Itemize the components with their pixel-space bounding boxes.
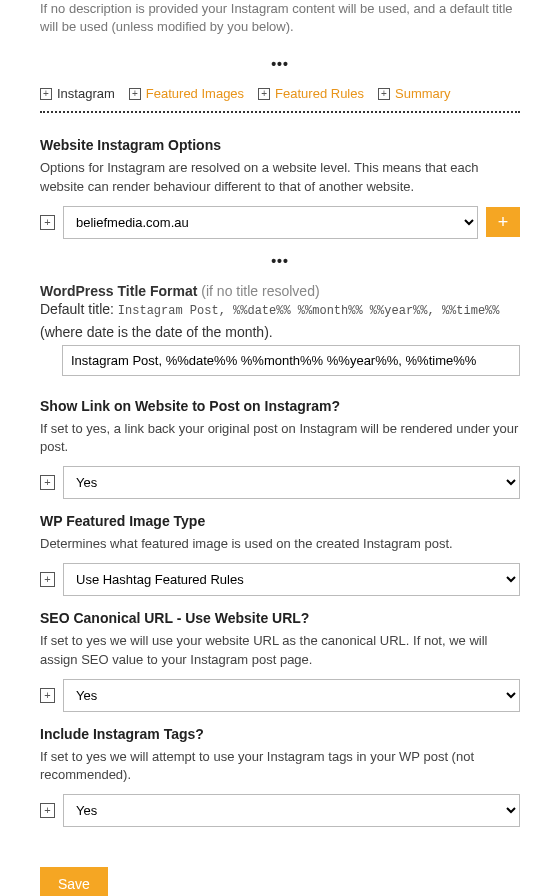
tab-label: Featured Rules — [275, 86, 364, 101]
website-options-title: Website Instagram Options — [40, 137, 520, 153]
tab-label: Featured Images — [146, 86, 244, 101]
title-format-input[interactable] — [62, 345, 520, 376]
website-options-desc: Options for Instagram are resolved on a … — [40, 159, 520, 195]
tab-featured-images[interactable]: + Featured Images — [129, 86, 244, 101]
plus-icon: + — [129, 88, 141, 100]
show-link-label: Show Link on Website to Post on Instagra… — [40, 398, 520, 414]
top-description: If no description is provided your Insta… — [40, 0, 520, 36]
tab-label: Instagram — [57, 86, 115, 101]
expand-icon[interactable]: + — [40, 803, 55, 818]
title-format-gray: (if no title resolved) — [201, 283, 319, 299]
divider-ellipsis: ••• — [40, 56, 520, 72]
expand-icon[interactable]: + — [40, 688, 55, 703]
save-button[interactable]: Save — [40, 867, 108, 896]
canonical-desc: If set to yes we will use your website U… — [40, 632, 520, 668]
tab-summary[interactable]: + Summary — [378, 86, 451, 101]
show-link-select[interactable]: Yes — [63, 466, 520, 499]
featured-type-label: WP Featured Image Type — [40, 513, 520, 529]
featured-type-select[interactable]: Use Hashtag Featured Rules — [63, 563, 520, 596]
include-tags-select[interactable]: Yes — [63, 794, 520, 827]
tab-label: Summary — [395, 86, 451, 101]
website-select[interactable]: beliefmedia.com.au — [63, 206, 478, 239]
featured-type-desc: Determines what featured image is used o… — [40, 535, 520, 553]
expand-icon[interactable]: + — [40, 572, 55, 587]
default-title-code: Instagram Post, %%date%% %%month%% %%yea… — [118, 304, 500, 318]
canonical-label: SEO Canonical URL - Use Website URL? — [40, 610, 520, 626]
plus-icon: + — [258, 88, 270, 100]
divider-ellipsis: ••• — [40, 253, 520, 269]
tabs-bar: + Instagram + Featured Images + Featured… — [40, 86, 520, 113]
include-tags-desc: If set to yes we will attempt to use you… — [40, 748, 520, 784]
title-format-label: WordPress Title Format (if no title reso… — [40, 283, 520, 299]
default-title-line: Default title: Instagram Post, %%date%% … — [40, 299, 520, 320]
tab-featured-rules[interactable]: + Featured Rules — [258, 86, 364, 101]
show-link-desc: If set to yes, a link back your original… — [40, 420, 520, 456]
plus-icon: + — [378, 88, 390, 100]
title-format-bold: WordPress Title Format — [40, 283, 197, 299]
expand-icon[interactable]: + — [40, 475, 55, 490]
expand-icon[interactable]: + — [40, 215, 55, 230]
default-title-prefix: Default title: — [40, 301, 114, 317]
default-title-suffix: (where date is the date of the month). — [40, 322, 520, 343]
canonical-select[interactable]: Yes — [63, 679, 520, 712]
plus-icon: + — [40, 88, 52, 100]
add-website-button[interactable]: + — [486, 207, 520, 237]
tab-instagram[interactable]: + Instagram — [40, 86, 115, 101]
include-tags-label: Include Instagram Tags? — [40, 726, 520, 742]
